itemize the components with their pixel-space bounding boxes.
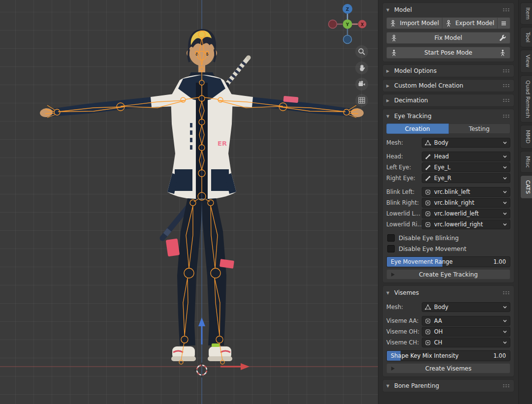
tab-creation[interactable]: Creation: [386, 124, 449, 134]
viseme-aa-dropdown[interactable]: AA: [422, 316, 510, 326]
field-blink-right: Blink Right: vrc.blink_right: [386, 198, 510, 208]
panel-visemes: ▼ Visemes Mesh: Body Viseme AA: AA Visem…: [382, 285, 514, 377]
panel-model-options[interactable]: ▶ Model Options: [382, 64, 514, 77]
import-model-label: Import Model: [400, 20, 439, 27]
panel-custom-model-creation[interactable]: ▶ Custom Model Creation: [382, 79, 514, 92]
chevron-down-icon: ▼: [386, 384, 391, 388]
armature-icon: [390, 34, 398, 42]
lowerlid-right-dropdown[interactable]: vrc.lowerlid_right: [422, 219, 510, 229]
export-model-button[interactable]: Export Model: [442, 17, 498, 29]
drag-dots-icon[interactable]: [502, 69, 510, 73]
panel-decimation[interactable]: ▶ Decimation: [382, 94, 514, 107]
tab-testing[interactable]: Testing: [449, 124, 511, 134]
viseme-oh-dropdown[interactable]: OH: [422, 327, 510, 337]
export-model-label: Export Model: [455, 20, 494, 27]
import-model-button[interactable]: Import Model: [386, 17, 442, 29]
drag-dots-icon[interactable]: [502, 84, 510, 88]
lowerlid-left-dropdown[interactable]: vrc.lowerlid_left: [422, 209, 510, 218]
field-label: Head:: [386, 153, 422, 160]
eye-tracking-mode-tabs: Creation Testing: [386, 124, 510, 134]
left-eye-bone-dropdown[interactable]: Eye_L: [422, 162, 510, 172]
field-label: Lowerlid L...: [386, 210, 422, 217]
viseme-ch-dropdown[interactable]: CH: [422, 338, 510, 347]
tab-cats[interactable]: CATS: [520, 175, 532, 199]
field-label: Viseme CH:: [386, 339, 422, 346]
start-pose-mode-button[interactable]: Start Pose Mode: [386, 47, 510, 59]
navigation-gizmo[interactable]: Z X Y: [325, 1, 370, 46]
slider-label: Shape Key Mix Intensity: [387, 352, 493, 359]
svg-text:Y: Y: [345, 22, 349, 27]
tab-view[interactable]: View: [520, 50, 532, 72]
viewport-tools: [355, 45, 368, 107]
drag-dots-icon[interactable]: [502, 8, 510, 12]
right-eye-bone-dropdown[interactable]: Eye_R: [422, 173, 510, 183]
tab-quad-remesh[interactable]: Quad Remesh: [520, 75, 532, 123]
field-label: Blink Left:: [386, 188, 422, 195]
visemes-mesh-dropdown[interactable]: Body: [422, 302, 510, 312]
cats-sidebar: ▼ Model Import Model Export Model Fix Mo…: [378, 0, 518, 404]
field-label: Lowerlid Ri...: [386, 221, 422, 228]
disable-eye-blinking-checkbox[interactable]: [387, 234, 395, 242]
armature-icon: [445, 20, 452, 27]
field-label: Mesh:: [386, 139, 422, 146]
camera-icon[interactable]: [355, 78, 368, 91]
import-export-row: Import Model Export Model: [386, 17, 510, 29]
field-viseme-aa: Viseme AA: AA: [386, 316, 510, 326]
chevron-down-icon: [502, 329, 507, 334]
custom-model-creation-label: Custom Model Creation: [394, 82, 500, 89]
model-menu-button[interactable]: [498, 17, 510, 29]
drag-dots-icon[interactable]: [502, 98, 510, 102]
tab-misc[interactable]: Misc: [520, 151, 532, 173]
chevron-down-icon: [502, 176, 507, 181]
panel-eye-tracking-header[interactable]: ▼ Eye Tracking: [386, 111, 510, 122]
drag-dots-icon[interactable]: [502, 384, 510, 388]
shapekey-icon: [425, 221, 431, 228]
3d-viewport[interactable]: ER: [0, 0, 378, 404]
hand-icon[interactable]: [355, 62, 368, 74]
panel-visemes-header[interactable]: ▼ Visemes: [386, 287, 510, 298]
grid-icon[interactable]: [355, 94, 368, 107]
blink-left-dropdown[interactable]: vrc.blink_left: [422, 187, 510, 197]
field-mesh: Mesh: Body: [386, 138, 510, 148]
chevron-down-icon: ▼: [386, 291, 391, 295]
chevron-right-icon: ▶: [386, 98, 391, 103]
disable-eye-movement-checkbox[interactable]: [387, 245, 395, 252]
dropdown-value: OH: [434, 328, 500, 335]
shapekey-icon: [425, 329, 431, 335]
eye-movement-range-slider[interactable]: Eye Movement Range 1.00: [386, 256, 510, 267]
create-eye-tracking-button[interactable]: Create Eye Tracking: [386, 269, 510, 280]
gizmo-neg-z-axis[interactable]: [344, 35, 352, 44]
svg-text:X: X: [361, 23, 364, 27]
create-visemes-button[interactable]: Create Visemes: [386, 363, 510, 373]
shape-key-mix-intensity-slider[interactable]: Shape Key Mix Intensity 1.00: [386, 350, 510, 361]
play-icon: [391, 367, 395, 371]
drag-dots-icon[interactable]: [502, 114, 510, 118]
armature-icon: [389, 20, 397, 27]
dropdown-value: Eye_R: [434, 175, 500, 182]
gizmo-neg-x-axis[interactable]: [329, 20, 337, 29]
start-pose-mode-label: Start Pose Mode: [424, 49, 472, 56]
chevron-down-icon: [502, 200, 507, 205]
fix-model-button[interactable]: Fix Model: [386, 32, 510, 44]
viewport-scene: ER: [0, 0, 378, 404]
zoom-icon[interactable]: [355, 45, 368, 58]
disable-eye-movement-row: Disable Eye Movement: [387, 244, 510, 253]
dropdown-value: CH: [434, 339, 500, 346]
head-bone-dropdown[interactable]: Head: [422, 152, 510, 161]
pose-icon: [499, 49, 506, 57]
field-blink-left: Blink Left: vrc.blink_left: [386, 187, 510, 197]
shapekey-icon: [425, 318, 431, 324]
panel-bone-parenting[interactable]: ▼ Bone Parenting: [382, 379, 514, 392]
mesh-data-icon: [425, 140, 431, 146]
chevron-down-icon: ▼: [386, 114, 391, 119]
tab-tool[interactable]: Tool: [520, 27, 532, 47]
field-right-eye: Right Eye: Eye_R: [386, 173, 510, 183]
tab-item[interactable]: Item: [520, 2, 532, 25]
mesh-dropdown[interactable]: Body: [422, 138, 510, 148]
tab-mmd[interactable]: MMD: [520, 125, 532, 148]
blink-right-dropdown[interactable]: vrc.blink_right: [422, 198, 510, 208]
panel-model-header[interactable]: ▼ Model: [386, 4, 510, 15]
field-visemes-mesh: Mesh: Body: [386, 302, 510, 312]
shapekey-icon: [425, 340, 431, 346]
drag-dots-icon[interactable]: [502, 291, 510, 295]
